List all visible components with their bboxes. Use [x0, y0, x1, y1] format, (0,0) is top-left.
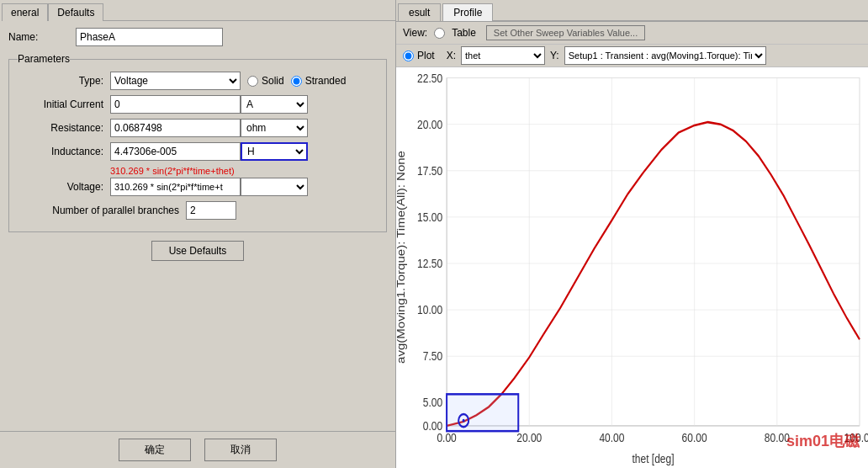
confirm-button[interactable]: 确定 — [119, 439, 191, 461]
left-panel: eneral Defaults Name: Parameters Type: V… — [0, 0, 395, 468]
table-label: Table — [452, 27, 476, 39]
voltage-formula: 310.269 * sin(2*pi*f*time+thet) — [110, 166, 378, 176]
view-label: View: — [403, 27, 427, 39]
svg-text:15.00: 15.00 — [417, 210, 442, 225]
svg-text:avg(Moving1.Torque): Time(All): avg(Moving1.Torque): Time(All): None — [396, 151, 407, 364]
parallel-label: Number of parallel branches — [18, 205, 186, 216]
svg-text:0.00: 0.00 — [437, 430, 457, 444]
svg-rect-32 — [447, 394, 518, 431]
voltage-row: Voltage: — [18, 178, 378, 196]
params-title: Parameters — [18, 53, 70, 65]
initial-current-label: Initial Current — [18, 98, 110, 110]
y-axis-label-text: Y: — [550, 50, 559, 61]
inductance-row: Inductance: H — [18, 142, 378, 161]
right-panel: esult Profile View: Table Set Other Swee… — [395, 0, 868, 468]
table-radio[interactable] — [434, 28, 445, 39]
tab-result[interactable]: esult — [398, 3, 441, 21]
resistance-row: Resistance: ohm — [18, 119, 378, 137]
resistance-unit[interactable]: ohm — [241, 119, 308, 137]
voltage-unit[interactable] — [241, 178, 308, 196]
svg-text:17.50: 17.50 — [417, 164, 442, 178]
svg-text:20.00: 20.00 — [516, 430, 542, 444]
view-radio-group: Table — [434, 27, 476, 39]
voltage-input[interactable] — [110, 178, 241, 196]
name-input[interactable] — [76, 28, 223, 46]
svg-text:22.50: 22.50 — [417, 71, 442, 85]
solid-radio[interactable] — [247, 76, 258, 87]
plot-label: Plot — [417, 50, 435, 61]
svg-text:20.00: 20.00 — [417, 117, 442, 131]
stranded-label: Stranded — [305, 75, 347, 87]
svg-text:60.00: 60.00 — [682, 430, 707, 444]
parallel-row: Number of parallel branches — [18, 201, 378, 220]
tab-general[interactable]: eneral — [2, 3, 48, 21]
tab-defaults[interactable]: Defaults — [48, 3, 103, 21]
plot-row: Plot X: thet Y: Setup1 : Transient : avg… — [396, 45, 868, 67]
right-tabs: esult Profile — [396, 0, 868, 22]
form-area: Name: Parameters Type: Voltage Solid Str… — [0, 21, 395, 431]
parameters-group: Parameters Type: Voltage Solid Stranded … — [8, 53, 387, 232]
x-axis-label: X: — [447, 50, 456, 61]
svg-text:12.50: 12.50 — [417, 257, 442, 271]
winding-type-group: Solid Stranded — [247, 75, 349, 87]
parallel-input[interactable] — [186, 201, 236, 220]
name-label: Name: — [8, 31, 76, 43]
resistance-input[interactable] — [110, 119, 241, 137]
svg-text:5.00: 5.00 — [423, 396, 443, 410]
x-axis-select[interactable]: thet — [461, 46, 545, 65]
tab-profile[interactable]: Profile — [442, 3, 493, 21]
y-axis-select[interactable]: Setup1 : Transient : avg(Moving1.Torque)… — [564, 46, 766, 65]
inductance-label: Inductance: — [18, 146, 110, 157]
left-tabs: eneral Defaults — [0, 0, 395, 21]
type-label: Type: — [18, 75, 110, 87]
initial-current-row: Initial Current A — [18, 95, 378, 114]
use-defaults-container: Use Defaults — [8, 241, 387, 261]
svg-point-34 — [463, 419, 465, 423]
svg-text:10.00: 10.00 — [417, 303, 442, 317]
cancel-button[interactable]: 取消 — [204, 439, 277, 461]
plot-radio-group: Plot — [403, 50, 435, 61]
initial-current-unit[interactable]: A — [241, 95, 308, 114]
use-defaults-button[interactable]: Use Defaults — [151, 241, 245, 261]
svg-rect-0 — [447, 78, 860, 426]
type-row: Type: Voltage Solid Stranded — [18, 72, 378, 90]
svg-text:7.50: 7.50 — [423, 349, 443, 364]
svg-text:thet [deg]: thet [deg] — [632, 451, 675, 465]
bottom-buttons: 确定 取消 — [0, 431, 395, 468]
name-row: Name: — [8, 28, 387, 46]
plot-radio[interactable] — [403, 51, 414, 61]
inductance-unit[interactable]: H — [241, 142, 308, 161]
stranded-radio[interactable] — [291, 76, 302, 87]
chart-svg: 22.50 20.00 17.50 15.00 12.50 10.00 7.50… — [396, 67, 868, 468]
plot-controls: View: Table Set Other Sweep Variables Va… — [396, 22, 868, 45]
voltage-label: Voltage: — [18, 181, 110, 193]
sweep-variables-button[interactable]: Set Other Sweep Variables Value... — [486, 25, 645, 40]
watermark: sim01电磁 — [786, 431, 860, 451]
chart-area: 22.50 20.00 17.50 15.00 12.50 10.00 7.50… — [396, 67, 868, 468]
resistance-label: Resistance: — [18, 122, 110, 134]
initial-current-input[interactable] — [110, 95, 241, 114]
type-select[interactable]: Voltage — [110, 72, 241, 90]
solid-label: Solid — [262, 75, 284, 87]
svg-text:40.00: 40.00 — [599, 430, 624, 444]
inductance-input[interactable] — [110, 142, 241, 161]
